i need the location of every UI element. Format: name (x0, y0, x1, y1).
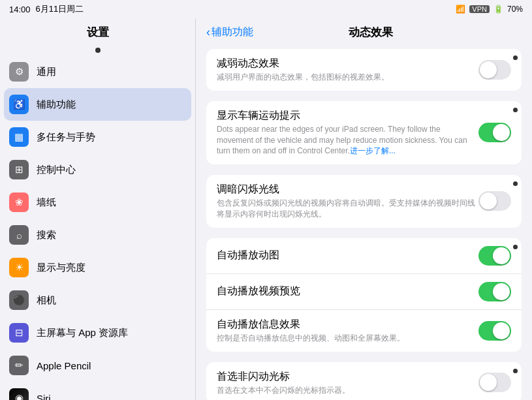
sidebar-item-label-wallpaper: 墙纸 (37, 196, 56, 209)
row-content-2-0: 调暗闪烁光线包含反复闪烁或频闪光线的视频内容将自动调暗。受支持媒体的视频时间线将… (217, 183, 478, 220)
right-panel-title: 动态效果 (258, 25, 482, 40)
settings-group-0: 减弱动态效果减弱用户界面的动态效果，包括图标的视差效果。 (206, 49, 522, 91)
vpn-badge: VPN (469, 5, 490, 13)
toggle-knob-1-0 (493, 124, 510, 141)
back-button[interactable]: ‹ 辅助功能 (206, 25, 253, 39)
sidebar-item-label-homescreen: 主屏幕与 App 资源库 (37, 327, 128, 339)
sidebar-item-label-applepencil: Apple Pencil (37, 360, 91, 371)
edge-dot-1 (513, 108, 518, 112)
row-content-3-1: 自动播放视频预览 (217, 285, 478, 298)
wifi-icon: 📶 (456, 5, 465, 14)
back-label: 辅助功能 (211, 25, 253, 39)
toggle-0-0[interactable] (478, 60, 511, 80)
row-title-3-2: 自动播放信息效果 (217, 318, 478, 331)
battery-level: 70% (507, 5, 523, 14)
sidebar-item-label-display: 显示与亮度 (37, 262, 86, 274)
settings-row-1-0: 显示车辆运动提示Dots appear near the edges of yo… (206, 101, 522, 164)
status-time: 14:00 (9, 5, 31, 14)
settings-content: 减弱动态效果减弱用户界面的动态效果，包括图标的视差效果。显示车辆运动提示Dots… (196, 44, 532, 400)
sidebar-item-label-accessibility: 辅助功能 (37, 99, 76, 111)
sidebar-items: ⚙通用♿辅助功能▦多任务与手势⊞控制中心❀墙纸⌕搜索☀显示与亮度⚫相机⊟主屏幕与… (0, 45, 195, 400)
sidebar-item-label-camera: 相机 (37, 294, 56, 307)
settings-group-3: 自动播放动图自动播放视频预览自动播放信息效果控制是否自动播放信息中的视频、动图和… (206, 238, 522, 352)
battery-icon: 🔋 (493, 5, 503, 14)
edge-dot-0 (513, 55, 518, 60)
sidebar-item-applepencil[interactable]: ✏Apple Pencil (0, 349, 195, 382)
sidebar-item-siri[interactable]: ◉Siri (0, 382, 195, 400)
settings-group-2: 调暗闪烁光线包含反复闪烁或频闪光线的视频内容将自动调暗。受支持媒体的视频时间线将… (206, 175, 522, 228)
settings-group-4: 首选非闪动光标首选在文本中不会闪烁的光标指示器。 (206, 362, 522, 400)
back-chevron-icon: ‹ (206, 25, 210, 39)
settings-row-4-0: 首选非闪动光标首选在文本中不会闪烁的光标指示器。 (206, 362, 522, 400)
homescreen-icon: ⊟ (9, 323, 29, 343)
row-content-1-0: 显示车辆运动提示Dots appear near the edges of yo… (217, 109, 478, 157)
row-desc-3-2: 控制是否自动播放信息中的视频、动图和全屏幕效果。 (217, 333, 478, 344)
sidebar-item-label-multitask: 多任务与手势 (37, 131, 95, 144)
row-desc-4-0: 首选在文本中不会闪烁的光标指示器。 (217, 385, 478, 396)
wallpaper-icon: ❀ (9, 192, 29, 212)
toggle-3-0[interactable] (478, 246, 511, 266)
control-icon: ⊞ (9, 160, 29, 179)
toggle-2-0[interactable] (478, 191, 511, 211)
toggle-knob-0-0 (480, 61, 497, 78)
edge-dot-4 (513, 369, 518, 373)
status-right: 📶 VPN 🔋 70% (456, 5, 523, 14)
row-title-4-0: 首选非闪动光标 (217, 370, 478, 384)
row-desc-2-0: 包含反复闪烁或频闪光线的视频内容将自动调暗。受支持媒体的视频时间线将显示内容何时… (217, 198, 478, 220)
toggle-3-1[interactable] (478, 282, 511, 301)
sidebar-item-label-search: 搜索 (37, 229, 56, 241)
sidebar-item-general[interactable]: ⚙通用 (0, 55, 195, 88)
settings-row-3-1: 自动播放视频预览 (206, 274, 522, 310)
row-desc-1-0: Dots appear near the edges of your iPad … (217, 124, 478, 157)
toggle-1-0[interactable] (478, 123, 511, 142)
display-icon: ☀ (9, 258, 29, 277)
camera-icon: ⚫ (9, 290, 29, 310)
settings-row-0-0: 减弱动态效果减弱用户界面的动态效果，包括图标的视差效果。 (206, 49, 522, 91)
main-layout: 设置 ⚙通用♿辅助功能▦多任务与手势⊞控制中心❀墙纸⌕搜索☀显示与亮度⚫相机⊟主… (0, 18, 532, 400)
sidebar-item-label-siri: Siri (37, 393, 51, 401)
status-bar: 14:00 6月11日周二 📶 VPN 🔋 70% (0, 0, 532, 18)
sidebar-item-multitask[interactable]: ▦多任务与手势 (0, 121, 195, 153)
sidebar-item-control[interactable]: ⊞控制中心 (0, 153, 195, 186)
right-header: ‹ 辅助功能 动态效果 (196, 18, 532, 44)
settings-group-wrapper-2: 调暗闪烁光线包含反复闪烁或频闪光线的视频内容将自动调暗。受支持媒体的视频时间线将… (206, 175, 522, 228)
row-content-0-0: 减弱动态效果减弱用户界面的动态效果，包括图标的视差效果。 (217, 57, 478, 83)
edge-dot-3 (513, 245, 518, 249)
sidebar-item-wallpaper[interactable]: ❀墙纸 (0, 186, 195, 219)
sidebar-dot-top (95, 48, 101, 53)
settings-group-wrapper-1: 显示车辆运动提示Dots appear near the edges of yo… (206, 101, 522, 164)
sidebar-item-label-general: 通用 (37, 66, 56, 78)
general-icon: ⚙ (9, 62, 29, 82)
row-content-3-2: 自动播放信息效果控制是否自动播放信息中的视频、动图和全屏幕效果。 (217, 318, 478, 344)
toggle-knob-3-0 (493, 247, 510, 264)
row-desc-link-1-0[interactable]: 进一步了解... (350, 146, 396, 155)
toggle-knob-2-0 (480, 192, 497, 209)
row-content-4-0: 首选非闪动光标首选在文本中不会闪烁的光标指示器。 (217, 370, 478, 396)
toggle-knob-3-2 (493, 322, 510, 339)
toggle-3-2[interactable] (478, 321, 511, 341)
toggle-knob-3-1 (493, 283, 510, 300)
toggle-4-0[interactable] (478, 373, 511, 392)
row-title-3-0: 自动播放动图 (217, 249, 478, 262)
row-desc-0-0: 减弱用户界面的动态效果，包括图标的视差效果。 (217, 72, 478, 83)
accessibility-icon: ♿ (9, 95, 29, 114)
sidebar-item-accessibility[interactable]: ♿辅助功能 (4, 88, 191, 121)
toggle-knob-4-0 (480, 374, 497, 391)
sidebar-item-homescreen[interactable]: ⊟主屏幕与 App 资源库 (0, 316, 195, 349)
settings-group-wrapper-4: 首选非闪动光标首选在文本中不会闪烁的光标指示器。 (206, 362, 522, 400)
applepencil-icon: ✏ (9, 356, 29, 375)
settings-group-wrapper-0: 减弱动态效果减弱用户界面的动态效果，包括图标的视差效果。 (206, 49, 522, 91)
settings-row-3-2: 自动播放信息效果控制是否自动播放信息中的视频、动图和全屏幕效果。 (206, 310, 522, 352)
status-date: 6月11日周二 (36, 3, 84, 15)
row-title-3-1: 自动播放视频预览 (217, 285, 478, 298)
row-content-3-0: 自动播放动图 (217, 249, 478, 262)
search-icon: ⌕ (9, 225, 29, 245)
sidebar-title: 设置 (0, 18, 195, 45)
sidebar-item-display[interactable]: ☀显示与亮度 (0, 251, 195, 284)
status-left: 14:00 6月11日周二 (9, 3, 84, 15)
settings-group-1: 显示车辆运动提示Dots appear near the edges of yo… (206, 101, 522, 164)
right-panel: ‹ 辅助功能 动态效果 减弱动态效果减弱用户界面的动态效果，包括图标的视差效果。… (196, 18, 532, 400)
sidebar-item-camera[interactable]: ⚫相机 (0, 284, 195, 316)
row-title-1-0: 显示车辆运动提示 (217, 109, 478, 123)
sidebar-item-search[interactable]: ⌕搜索 (0, 219, 195, 251)
